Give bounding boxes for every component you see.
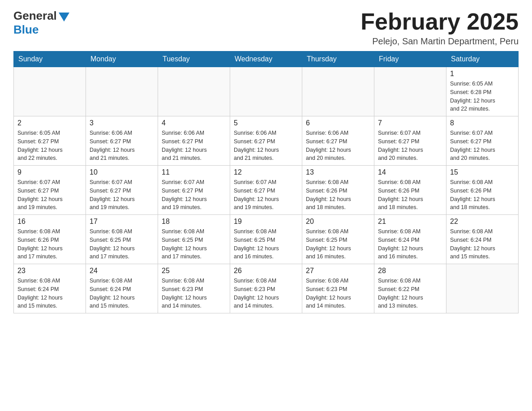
weekday-header-monday: Monday — [86, 51, 158, 67]
calendar-cell: 25Sunrise: 6:08 AMSunset: 6:23 PMDayligh… — [158, 264, 230, 313]
day-number: 22 — [450, 218, 515, 226]
calendar-cell — [446, 264, 519, 313]
logo-general: General — [13, 9, 57, 23]
logo-triangle-icon — [59, 13, 69, 21]
day-info: Sunrise: 6:08 AMSunset: 6:25 PMDaylight:… — [162, 227, 226, 261]
calendar-cell: 15Sunrise: 6:08 AMSunset: 6:26 PMDayligh… — [446, 166, 519, 215]
calendar-cell: 14Sunrise: 6:08 AMSunset: 6:26 PMDayligh… — [374, 166, 446, 215]
calendar-cell — [374, 67, 446, 116]
day-info: Sunrise: 6:08 AMSunset: 6:24 PMDaylight:… — [378, 227, 442, 261]
calendar-cell: 21Sunrise: 6:08 AMSunset: 6:24 PMDayligh… — [374, 215, 446, 264]
day-info: Sunrise: 6:08 AMSunset: 6:23 PMDaylight:… — [162, 277, 226, 310]
day-number: 6 — [306, 119, 370, 127]
calendar-cell: 18Sunrise: 6:08 AMSunset: 6:25 PMDayligh… — [158, 215, 230, 264]
day-number: 19 — [234, 218, 298, 226]
calendar-cell: 17Sunrise: 6:08 AMSunset: 6:25 PMDayligh… — [86, 215, 158, 264]
calendar-cell: 16Sunrise: 6:08 AMSunset: 6:26 PMDayligh… — [14, 215, 86, 264]
day-number: 21 — [378, 218, 442, 226]
weekday-header-friday: Friday — [374, 51, 446, 67]
calendar-cell: 8Sunrise: 6:07 AMSunset: 6:27 PMDaylight… — [446, 116, 519, 166]
calendar-cell — [302, 67, 374, 116]
day-number: 24 — [90, 267, 154, 275]
day-number: 7 — [378, 119, 442, 127]
day-number: 17 — [90, 218, 154, 226]
day-info: Sunrise: 6:08 AMSunset: 6:23 PMDaylight:… — [234, 277, 298, 310]
day-info: Sunrise: 6:08 AMSunset: 6:26 PMDaylight:… — [306, 178, 370, 212]
day-info: Sunrise: 6:08 AMSunset: 6:26 PMDaylight:… — [17, 227, 82, 261]
calendar-header-row: SundayMondayTuesdayWednesdayThursdayFrid… — [14, 51, 519, 67]
day-number: 14 — [378, 168, 442, 176]
calendar-cell: 10Sunrise: 6:07 AMSunset: 6:27 PMDayligh… — [86, 166, 158, 215]
calendar-cell — [230, 67, 302, 116]
calendar-cell: 20Sunrise: 6:08 AMSunset: 6:25 PMDayligh… — [302, 215, 374, 264]
day-number: 1 — [450, 70, 515, 78]
day-info: Sunrise: 6:08 AMSunset: 6:25 PMDaylight:… — [234, 227, 298, 261]
day-info: Sunrise: 6:08 AMSunset: 6:23 PMDaylight:… — [306, 277, 370, 310]
day-info: Sunrise: 6:05 AMSunset: 6:28 PMDaylight:… — [450, 80, 515, 113]
calendar-week-row: 9Sunrise: 6:07 AMSunset: 6:27 PMDaylight… — [14, 166, 519, 215]
calendar-cell: 4Sunrise: 6:06 AMSunset: 6:27 PMDaylight… — [158, 116, 230, 166]
weekday-header-tuesday: Tuesday — [158, 51, 230, 67]
calendar-week-row: 1Sunrise: 6:05 AMSunset: 6:28 PMDaylight… — [14, 67, 519, 116]
calendar-week-row: 2Sunrise: 6:05 AMSunset: 6:27 PMDaylight… — [14, 116, 519, 166]
day-number: 26 — [234, 267, 298, 275]
day-info: Sunrise: 6:08 AMSunset: 6:24 PMDaylight:… — [90, 277, 154, 310]
weekday-header-sunday: Sunday — [14, 51, 86, 67]
day-info: Sunrise: 6:06 AMSunset: 6:27 PMDaylight:… — [306, 129, 370, 163]
calendar-week-row: 23Sunrise: 6:08 AMSunset: 6:24 PMDayligh… — [14, 264, 519, 313]
weekday-header-thursday: Thursday — [302, 51, 374, 67]
day-info: Sunrise: 6:08 AMSunset: 6:24 PMDaylight:… — [450, 227, 515, 261]
calendar-cell: 1Sunrise: 6:05 AMSunset: 6:28 PMDaylight… — [446, 67, 519, 116]
title-section: February 2025 Pelejo, San Martin Departm… — [360, 9, 519, 47]
calendar-cell: 28Sunrise: 6:08 AMSunset: 6:22 PMDayligh… — [374, 264, 446, 313]
day-info: Sunrise: 6:08 AMSunset: 6:26 PMDaylight:… — [450, 178, 515, 212]
calendar-cell: 26Sunrise: 6:08 AMSunset: 6:23 PMDayligh… — [230, 264, 302, 313]
calendar-cell: 23Sunrise: 6:08 AMSunset: 6:24 PMDayligh… — [14, 264, 86, 313]
day-number: 2 — [17, 119, 82, 127]
day-number: 13 — [306, 168, 370, 176]
page-header: General Blue February 2025 Pelejo, San M… — [13, 9, 519, 47]
day-number: 9 — [17, 168, 82, 176]
day-info: Sunrise: 6:07 AMSunset: 6:27 PMDaylight:… — [17, 178, 82, 212]
day-number: 10 — [90, 168, 154, 176]
day-info: Sunrise: 6:06 AMSunset: 6:27 PMDaylight:… — [234, 129, 298, 163]
calendar-cell: 6Sunrise: 6:06 AMSunset: 6:27 PMDaylight… — [302, 116, 374, 166]
day-info: Sunrise: 6:06 AMSunset: 6:27 PMDaylight:… — [162, 129, 226, 163]
day-number: 18 — [162, 218, 226, 226]
day-number: 3 — [90, 119, 154, 127]
calendar-cell: 19Sunrise: 6:08 AMSunset: 6:25 PMDayligh… — [230, 215, 302, 264]
calendar-cell — [86, 67, 158, 116]
day-number: 4 — [162, 119, 226, 127]
day-number: 28 — [378, 267, 442, 275]
logo-blue: Blue — [13, 23, 39, 37]
day-number: 5 — [234, 119, 298, 127]
calendar-week-row: 16Sunrise: 6:08 AMSunset: 6:26 PMDayligh… — [14, 215, 519, 264]
day-info: Sunrise: 6:07 AMSunset: 6:27 PMDaylight:… — [234, 178, 298, 212]
day-number: 25 — [162, 267, 226, 275]
month-title: February 2025 — [360, 9, 519, 34]
calendar-cell: 9Sunrise: 6:07 AMSunset: 6:27 PMDaylight… — [14, 166, 86, 215]
day-number: 8 — [450, 119, 515, 127]
weekday-header-wednesday: Wednesday — [230, 51, 302, 67]
day-info: Sunrise: 6:07 AMSunset: 6:27 PMDaylight:… — [90, 178, 154, 212]
location-subtitle: Pelejo, San Martin Department, Peru — [360, 36, 519, 47]
calendar-cell: 12Sunrise: 6:07 AMSunset: 6:27 PMDayligh… — [230, 166, 302, 215]
day-info: Sunrise: 6:08 AMSunset: 6:26 PMDaylight:… — [378, 178, 442, 212]
day-info: Sunrise: 6:08 AMSunset: 6:25 PMDaylight:… — [306, 227, 370, 261]
day-info: Sunrise: 6:08 AMSunset: 6:25 PMDaylight:… — [90, 227, 154, 261]
calendar-cell: 24Sunrise: 6:08 AMSunset: 6:24 PMDayligh… — [86, 264, 158, 313]
logo: General Blue — [13, 9, 69, 37]
day-info: Sunrise: 6:06 AMSunset: 6:27 PMDaylight:… — [90, 129, 154, 163]
day-info: Sunrise: 6:07 AMSunset: 6:27 PMDaylight:… — [162, 178, 226, 212]
day-number: 16 — [17, 218, 82, 226]
day-info: Sunrise: 6:07 AMSunset: 6:27 PMDaylight:… — [378, 129, 442, 163]
day-number: 15 — [450, 168, 515, 176]
calendar-cell: 5Sunrise: 6:06 AMSunset: 6:27 PMDaylight… — [230, 116, 302, 166]
calendar-cell: 27Sunrise: 6:08 AMSunset: 6:23 PMDayligh… — [302, 264, 374, 313]
day-info: Sunrise: 6:08 AMSunset: 6:24 PMDaylight:… — [17, 277, 82, 310]
calendar-cell: 2Sunrise: 6:05 AMSunset: 6:27 PMDaylight… — [14, 116, 86, 166]
calendar-cell: 7Sunrise: 6:07 AMSunset: 6:27 PMDaylight… — [374, 116, 446, 166]
day-number: 11 — [162, 168, 226, 176]
calendar-cell: 22Sunrise: 6:08 AMSunset: 6:24 PMDayligh… — [446, 215, 519, 264]
day-info: Sunrise: 6:05 AMSunset: 6:27 PMDaylight:… — [17, 129, 82, 163]
